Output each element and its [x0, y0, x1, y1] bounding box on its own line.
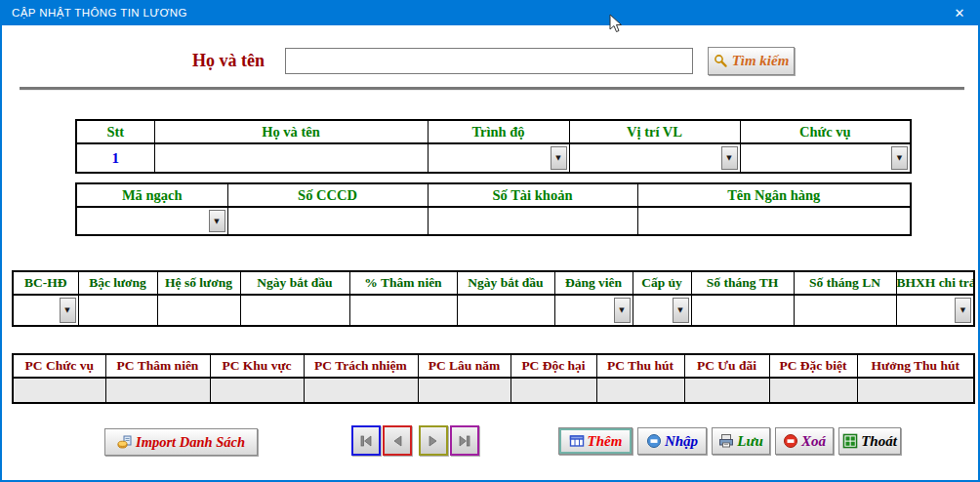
chevron-down-icon[interactable]: ▼ — [955, 298, 971, 323]
col-header-pc-lau-nam: PC Lâu năm — [418, 354, 510, 378]
so-tai-khoan-field[interactable] — [428, 207, 637, 235]
account-data-row: ▼ — [76, 207, 911, 235]
col-header-pc-tham-nien: PC Thâm niên — [105, 354, 210, 378]
next-record-icon — [426, 433, 441, 449]
account-header-row: Mã ngạch Số CCCD Số Tài khoản Tên Ngân h… — [76, 183, 911, 207]
cap-uy-select[interactable]: ▼ — [633, 295, 691, 326]
add-button-label: Thêm — [588, 433, 623, 450]
import-list-label: Import Danh Sách — [136, 434, 245, 451]
exit-button[interactable]: Thoát — [838, 427, 901, 455]
exit-icon — [842, 433, 858, 449]
col-header-pc-thu-hut: PC Thu hút — [596, 354, 684, 378]
delete-icon — [783, 433, 798, 449]
vi-tri-vl-select[interactable]: ▼ — [569, 143, 740, 173]
divider — [20, 87, 964, 91]
allowance-table: PC Chức vụ PC Thâm niên PC Khu vực PC Tr… — [12, 353, 975, 404]
ma-ngach-select[interactable]: ▼ — [76, 207, 227, 235]
col-header-so-thang-ln: Số tháng LN — [794, 271, 896, 295]
close-icon[interactable]: ✕ — [939, 0, 980, 25]
col-header-pc-dac-biet: PC Đặc biệt — [769, 354, 857, 378]
col-header-so-tai-khoan: Số Tài khoản — [428, 183, 637, 207]
pc-khu-vuc-field — [210, 378, 304, 403]
last-record-button[interactable] — [450, 425, 479, 456]
huong-thu-hut-field — [857, 378, 974, 403]
he-so-luong-field[interactable] — [157, 295, 240, 326]
col-header-cap-uy: Cấp ủy — [633, 271, 691, 295]
search-icon — [714, 54, 729, 69]
pct-tham-nien-field[interactable] — [349, 295, 457, 326]
col-header-so-cccd: Số CCCD — [227, 183, 428, 207]
stt-value: 1 — [76, 143, 154, 173]
chevron-down-icon[interactable]: ▼ — [209, 210, 225, 232]
first-record-icon — [358, 433, 374, 449]
chevron-down-icon[interactable]: ▼ — [60, 298, 76, 323]
save-icon — [718, 433, 734, 449]
search-input[interactable] — [285, 48, 693, 74]
col-header-ten-ngan-hang: Tên Ngân hàng — [637, 183, 911, 207]
col-header-dang-vien: Đảng viên — [554, 271, 633, 295]
col-header-stt: Stt — [76, 120, 154, 143]
bac-luong-field[interactable] — [78, 295, 157, 326]
record-navigator — [351, 425, 488, 456]
save-button[interactable]: Lưu — [712, 427, 770, 455]
so-cccd-field[interactable] — [227, 207, 428, 235]
chevron-down-icon[interactable]: ▼ — [614, 298, 631, 323]
delete-button[interactable]: Xoá — [775, 427, 834, 455]
allowance-header-row: PC Chức vụ PC Thâm niên PC Khu vực PC Tr… — [13, 354, 974, 378]
salary-header-row: BC-HĐ Bậc lương Hệ số lương Ngày bắt đầu… — [13, 271, 974, 295]
col-header-ma-ngach: Mã ngạch — [76, 183, 227, 207]
chuc-vu-select[interactable]: ▼ — [740, 143, 911, 173]
ngay-bat-dau-2-field[interactable] — [457, 295, 554, 326]
next-record-button[interactable] — [419, 425, 448, 456]
trinh-do-select[interactable]: ▼ — [428, 143, 569, 173]
so-thang-ln-field[interactable] — [794, 295, 896, 326]
exit-button-label: Thoát — [861, 433, 897, 450]
col-header-so-thang-th: Số tháng TH — [691, 271, 794, 295]
pc-lau-nam-field — [418, 378, 510, 403]
col-header-vi-tri-vl: Vị trí VL — [569, 120, 740, 143]
dang-vien-select[interactable]: ▼ — [554, 295, 633, 326]
input-icon — [646, 433, 662, 449]
pc-trach-nhiem-field — [304, 378, 418, 403]
previous-record-button[interactable] — [383, 425, 412, 456]
bc-hd-select[interactable]: ▼ — [13, 295, 78, 326]
input-button[interactable]: Nhập — [637, 427, 707, 455]
save-button-label: Lưu — [737, 433, 763, 450]
col-header-ngay-bat-dau-1: Ngày bắt đầu — [240, 271, 349, 295]
pc-doc-hai-field — [510, 378, 596, 403]
chevron-down-icon[interactable]: ▼ — [891, 146, 908, 170]
pc-tham-nien-field — [105, 378, 210, 403]
ten-ngan-hang-field[interactable] — [637, 207, 911, 235]
import-list-button[interactable]: Import Danh Sách — [104, 428, 258, 456]
account-table: Mã ngạch Số CCCD Số Tài khoản Tên Ngân h… — [75, 182, 912, 236]
import-icon — [117, 434, 133, 450]
search-button[interactable]: Tìm kiếm — [708, 47, 795, 75]
col-header-pc-trach-nhiem: PC Trách nhiệm — [304, 354, 418, 378]
col-header-bhxh-chi-tra: BHXH chi trả — [896, 271, 974, 295]
ho-va-ten-field[interactable] — [154, 143, 428, 173]
pc-thu-hut-field — [596, 378, 684, 403]
add-icon — [569, 433, 585, 449]
ngay-bat-dau-1-field[interactable] — [240, 295, 349, 326]
search-button-label: Tìm kiếm — [732, 53, 790, 69]
chevron-down-icon[interactable]: ▼ — [551, 146, 567, 170]
add-button[interactable]: Thêm — [558, 427, 633, 455]
previous-record-icon — [389, 433, 405, 449]
employee-table: Stt Họ và tên Trình độ Vị trí VL Chức vụ… — [75, 119, 912, 174]
col-header-bc-hd: BC-HĐ — [13, 271, 78, 295]
pc-uu-dai-field — [684, 378, 769, 403]
col-header-huong-thu-hut: Hưởng Thu hút — [857, 354, 974, 378]
so-thang-th-field[interactable] — [691, 295, 794, 326]
chevron-down-icon[interactable]: ▼ — [673, 298, 689, 323]
first-record-button[interactable] — [351, 425, 381, 456]
col-header-ho-va-ten: Họ và tên — [154, 120, 428, 143]
col-header-bac-luong: Bậc lương — [78, 271, 157, 295]
col-header-chuc-vu: Chức vụ — [740, 120, 911, 143]
bhxh-chi-tra-select[interactable]: ▼ — [896, 295, 974, 326]
col-header-pc-uu-dai: PC Ưu đãi — [684, 354, 769, 378]
employee-data-row: 1 ▼ ▼ ▼ — [76, 143, 911, 173]
col-header-pct-tham-nien: % Thâm niên — [349, 271, 457, 295]
window-title: CẬP NHẬT THÔNG TIN LƯƠNG — [0, 7, 187, 19]
pc-chuc-vu-field — [13, 378, 105, 403]
chevron-down-icon[interactable]: ▼ — [721, 146, 738, 170]
